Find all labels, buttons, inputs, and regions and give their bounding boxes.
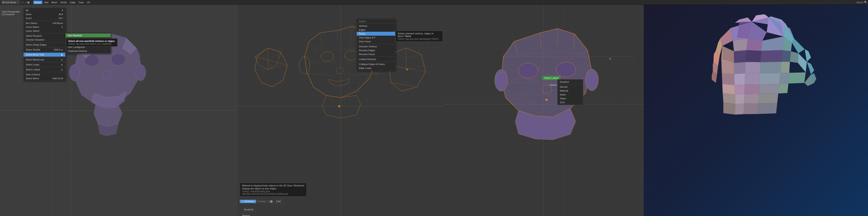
wireframe-btn[interactable]: ⬡ Wireframe bbox=[240, 200, 256, 203]
svg-marker-144 bbox=[779, 73, 789, 84]
svg-marker-125 bbox=[761, 36, 783, 51]
svg-point-54 bbox=[299, 57, 310, 74]
topbar: ▦ Edit Mode ▼ ⬡ · ╱ ▣ Select Add Mesh Ve… bbox=[0, 0, 868, 5]
menu-circle-select[interactable]: Circle Select C bbox=[24, 25, 65, 29]
center-viewport: Delete Vertices Edges Faces Only Edges &… bbox=[238, 5, 443, 216]
svg-marker-52 bbox=[336, 67, 343, 74]
menu-checker-deselect[interactable]: Checker Deselect bbox=[24, 38, 65, 42]
checker-deselect-label: Checker Deselect bbox=[26, 38, 44, 41]
delete-sep-1 bbox=[356, 44, 395, 44]
menu-all[interactable]: All A bbox=[24, 8, 65, 12]
svg-point-74 bbox=[338, 105, 340, 107]
wireframe-python-2: bpy.data.screens['Layout'].areas[1].shad… bbox=[242, 193, 304, 195]
svg-marker-136 bbox=[760, 62, 782, 73]
delete-edges[interactable]: Edges bbox=[356, 28, 395, 32]
shading-label: Shading bbox=[257, 200, 266, 203]
none-label: None bbox=[26, 13, 31, 16]
edge-icon[interactable]: ╱ bbox=[25, 1, 27, 4]
select-sharp-edges-label: Select Sharp Edges bbox=[26, 43, 46, 46]
svg-line-70 bbox=[326, 75, 335, 76]
menu-select-loops[interactable]: Select Loops ▶ bbox=[24, 63, 65, 66]
svg-item[interactable]: SVG bbox=[558, 100, 583, 104]
svg-line-83 bbox=[406, 65, 426, 69]
seam-item[interactable]: Seam bbox=[558, 93, 583, 97]
delete-edge-loops[interactable]: Edge Loops bbox=[356, 66, 395, 70]
select-linked-arrow: ▶ bbox=[61, 68, 63, 71]
menu-select-all-by-trait[interactable]: Select All by Trait ▶ bbox=[24, 53, 65, 57]
faces-tooltip: Delete selected vertices, edges or faces… bbox=[395, 31, 443, 42]
menu-vertex[interactable]: Vertex bbox=[59, 1, 68, 4]
svg-point-115 bbox=[610, 58, 611, 60]
shading-toggle[interactable] bbox=[267, 200, 273, 203]
select-linked-label: Select Linked bbox=[26, 68, 40, 71]
svg-marker-137 bbox=[780, 62, 790, 73]
delete-dissolve-edges[interactable]: Dissolve Edges bbox=[356, 49, 395, 52]
taken-item[interactable]: Taken bbox=[558, 97, 583, 100]
menu-lasso-select[interactable]: Lasso Select bbox=[24, 29, 65, 33]
viewport-area: User Perspective (1) Suzanne bbox=[0, 5, 868, 216]
delete-faces[interactable]: Faces bbox=[356, 32, 395, 36]
menu-select-more-less[interactable]: Select More/Less ▶ bbox=[24, 58, 65, 62]
svg-marker-135 bbox=[745, 62, 760, 73]
collapse-edges-faces-label: Collapse Edges & Faces bbox=[359, 63, 385, 65]
svg-point-97 bbox=[556, 62, 576, 77]
svg-line-44 bbox=[268, 61, 272, 69]
submenu-non-manifold[interactable]: Non Manifold bbox=[66, 33, 111, 37]
menu-select-mirror[interactable]: Select Mirror Shift Ctrl M bbox=[24, 76, 65, 80]
delete-menu: Delete Vertices Edges Faces Only Edges &… bbox=[356, 19, 395, 71]
svg-line-57 bbox=[351, 26, 352, 41]
delete-limited-dissolve[interactable]: Limited Dissolve bbox=[356, 57, 395, 61]
delete-vertices[interactable]: Vertices bbox=[356, 24, 395, 28]
deselect-menu: Deselect Normal Material Seam Taken SVG bbox=[557, 79, 583, 105]
menu-box-select[interactable]: Box Select Left Mouse bbox=[24, 21, 65, 25]
lasso-select-label: Lasso Select bbox=[26, 30, 39, 32]
menu-face[interactable]: Face bbox=[78, 1, 85, 4]
select-similar-label: Select Similar bbox=[26, 49, 40, 51]
sep-9 bbox=[24, 72, 65, 72]
dropdown-arrow: ▼ bbox=[17, 1, 19, 3]
menu-mesh[interactable]: Mesh bbox=[50, 1, 59, 4]
svg-marker-53 bbox=[328, 78, 350, 86]
deselect-item[interactable]: Deselect bbox=[558, 80, 583, 84]
menu-select-sharp-edges[interactable]: Select Sharp Edges bbox=[24, 43, 65, 47]
menu-none[interactable]: None Alt A bbox=[24, 12, 65, 16]
mode-dropdown[interactable]: ▦ Edit Mode ▼ bbox=[1, 0, 20, 4]
solid-btn[interactable]: Solid bbox=[274, 200, 283, 203]
menu-invert[interactable]: Invert Ctrl I bbox=[24, 16, 65, 20]
svg-line-43 bbox=[268, 52, 281, 61]
material-preview-btn[interactable]: Material Preview bbox=[240, 214, 252, 216]
submenu-unpinned-vertices[interactable]: Unpinned Vertices bbox=[66, 49, 111, 53]
delete-only-faces[interactable]: Only Faces bbox=[356, 39, 395, 43]
menu-select-similar[interactable]: Select Similar Shift G ▶ bbox=[24, 48, 65, 52]
svg-marker-143 bbox=[760, 73, 780, 85]
search-icon[interactable]: 🔍 bbox=[864, 1, 867, 4]
only-edges-f-label: Only Edges & F bbox=[359, 36, 375, 39]
delete-collapse-edges-faces[interactable]: Collapse Edges & Faces bbox=[356, 62, 395, 66]
svg-marker-164 bbox=[744, 94, 759, 104]
delete-dissolve-faces[interactable]: Dissolve Faces bbox=[356, 52, 395, 56]
svg-marker-145 bbox=[788, 72, 806, 84]
menu-select[interactable]: Select bbox=[33, 1, 42, 4]
svg-line-48 bbox=[283, 65, 287, 80]
right-viewport: Select Linked Delete Deselect Normal Mat… bbox=[443, 5, 644, 216]
face-icon[interactable]: ▣ bbox=[27, 1, 30, 4]
box-select-label: Box Select bbox=[26, 22, 37, 24]
svg-line-60 bbox=[309, 41, 315, 50]
rendered-badge[interactable]: Rendered bbox=[242, 208, 255, 211]
object-icon[interactable]: ⬡ bbox=[21, 1, 24, 4]
delete-dissolve-vertices[interactable]: Dissolve Vertices bbox=[356, 44, 395, 49]
vert-icon[interactable]: · bbox=[24, 1, 25, 4]
menu-add[interactable]: Add bbox=[43, 1, 50, 4]
delete-sep-2 bbox=[356, 57, 395, 57]
menu-select-linked[interactable]: Select Linked ▶ bbox=[24, 68, 65, 71]
material-item[interactable]: Material bbox=[558, 89, 583, 93]
delete-only-edges-f[interactable]: Only Edges & F bbox=[356, 36, 395, 39]
menu-side-of-active[interactable]: Side of Active bbox=[24, 72, 65, 76]
invert-label: Invert bbox=[26, 17, 32, 20]
edges-label: Edges bbox=[359, 29, 366, 31]
tooltip-title: Select all non-manifold vertices or edge… bbox=[68, 40, 115, 42]
normal-item[interactable]: Normal bbox=[558, 85, 583, 89]
menu-select-random[interactable]: Select Random bbox=[24, 34, 65, 38]
menu-edge[interactable]: Edge bbox=[69, 1, 77, 4]
menu-uv[interactable]: UV bbox=[86, 1, 91, 4]
